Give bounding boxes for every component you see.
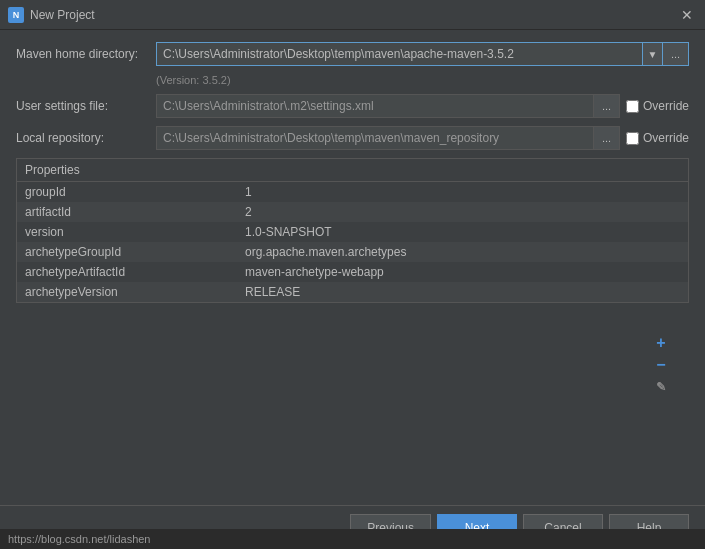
app-icon: N: [8, 7, 24, 23]
local-repo-browse-btn[interactable]: ...: [594, 126, 620, 150]
local-repo-override-checkbox[interactable]: [626, 132, 639, 145]
local-repo-input-group: ... Override: [156, 126, 689, 150]
property-value: RELEASE: [237, 282, 688, 302]
properties-actions: + − ✎: [651, 333, 671, 397]
property-key: archetypeVersion: [17, 282, 237, 302]
maven-version-hint: (Version: 3.5.2): [156, 74, 689, 86]
properties-wrapper: Properties groupId1artifactId2version1.0…: [16, 158, 689, 303]
maven-home-label: Maven home directory:: [16, 47, 156, 61]
properties-section: Properties groupId1artifactId2version1.0…: [16, 158, 689, 303]
table-row: archetypeArtifactIdmaven-archetype-webap…: [17, 262, 688, 282]
maven-home-row: Maven home directory: ▼ ...: [16, 42, 689, 66]
user-settings-override-label: Override: [643, 99, 689, 113]
property-key: version: [17, 222, 237, 242]
user-settings-override-checkbox[interactable]: [626, 100, 639, 113]
add-property-btn[interactable]: +: [651, 333, 671, 353]
property-value: maven-archetype-webapp: [237, 262, 688, 282]
maven-home-input-group: ▼ ...: [156, 42, 689, 66]
maven-home-dropdown-btn[interactable]: ▼: [643, 42, 663, 66]
user-settings-override-group: Override: [626, 99, 689, 113]
empty-area: [16, 311, 689, 431]
maven-home-input[interactable]: [156, 42, 643, 66]
property-value: 1.0-SNAPSHOT: [237, 222, 688, 242]
status-url-text: https://blog.csdn.net/lidashen: [8, 533, 150, 545]
table-row: archetypeVersionRELEASE: [17, 282, 688, 302]
local-repo-row: Local repository: ... Override: [16, 126, 689, 150]
local-repo-input[interactable]: [156, 126, 594, 150]
table-row: groupId1: [17, 182, 688, 202]
maven-home-browse-btn[interactable]: ...: [663, 42, 689, 66]
property-value: 1: [237, 182, 688, 202]
local-repo-label: Local repository:: [16, 131, 156, 145]
title-bar: N New Project ✕: [0, 0, 705, 30]
user-settings-input-group: ... Override: [156, 94, 689, 118]
property-value: 2: [237, 202, 688, 222]
table-row: version1.0-SNAPSHOT: [17, 222, 688, 242]
property-value: org.apache.maven.archetypes: [237, 242, 688, 262]
local-repo-override-group: Override: [626, 131, 689, 145]
property-key: archetypeArtifactId: [17, 262, 237, 282]
table-row: artifactId2: [17, 202, 688, 222]
local-repo-override-label: Override: [643, 131, 689, 145]
user-settings-browse-btn[interactable]: ...: [594, 94, 620, 118]
properties-header: Properties: [17, 159, 688, 182]
dialog-title: New Project: [30, 8, 677, 22]
property-key: archetypeGroupId: [17, 242, 237, 262]
status-bar: https://blog.csdn.net/lidashen: [0, 529, 705, 549]
table-row: archetypeGroupIdorg.apache.maven.archety…: [17, 242, 688, 262]
properties-table: groupId1artifactId2version1.0-SNAPSHOTar…: [17, 182, 688, 302]
remove-property-btn[interactable]: −: [651, 355, 671, 375]
user-settings-label: User settings file:: [16, 99, 156, 113]
user-settings-input[interactable]: [156, 94, 594, 118]
property-key: artifactId: [17, 202, 237, 222]
user-settings-row: User settings file: ... Override: [16, 94, 689, 118]
property-key: groupId: [17, 182, 237, 202]
close-button[interactable]: ✕: [677, 5, 697, 25]
dialog-content: Maven home directory: ▼ ... (Version: 3.…: [0, 30, 705, 443]
edit-property-btn[interactable]: ✎: [651, 377, 671, 397]
